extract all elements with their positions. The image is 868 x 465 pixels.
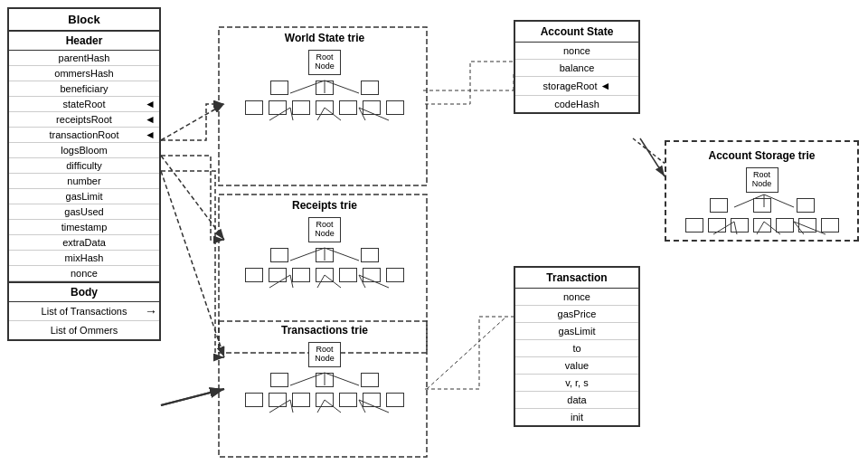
account-storageRoot: storageRoot ◄	[515, 77, 638, 96]
tx-vrs: v, r, s	[515, 375, 638, 392]
field-stateRoot: stateRoot ◄	[9, 97, 159, 112]
world-state-trie: World State trie RootNode	[224, 32, 425, 115]
svg-line-14	[290, 81, 325, 93]
transactionRoot-arrow: ◄	[145, 128, 156, 141]
svg-line-36	[290, 400, 293, 413]
svg-line-46	[757, 222, 764, 234]
field-gasUsed: gasUsed	[9, 204, 159, 220]
tt-internal-svg	[224, 347, 425, 420]
svg-line-40	[359, 400, 389, 413]
block-title: Block	[9, 9, 159, 32]
world-state-title: World State trie	[224, 32, 425, 44]
svg-line-35	[269, 400, 290, 413]
account-nonce: nonce	[515, 43, 638, 60]
field-receiptsRoot: receiptsRoot ◄	[9, 112, 159, 128]
stateRoot-arrow: ◄	[145, 98, 156, 110]
field-beneficiary: beneficiary	[9, 81, 159, 97]
svg-line-23	[290, 248, 325, 261]
block-panel: Block Header parentHash ommersHash benef…	[7, 7, 161, 341]
svg-line-28	[317, 275, 325, 288]
field-difficulty: difficulty	[9, 158, 159, 174]
receipts-trie: Receipts trie RootNode	[224, 199, 425, 282]
as-internal-svg	[674, 169, 854, 242]
svg-line-20	[325, 108, 341, 120]
svg-line-26	[269, 275, 290, 288]
svg-line-29	[325, 275, 341, 288]
svg-line-16	[325, 81, 359, 93]
receipts-title: Receipts trie	[224, 199, 425, 212]
transactions-title: Transactions trie	[224, 324, 425, 337]
svg-line-18	[290, 108, 293, 120]
field-number: number	[9, 174, 159, 189]
svg-line-19	[317, 108, 325, 120]
field-gasLimit: gasLimit	[9, 189, 159, 204]
svg-line-22	[359, 108, 389, 120]
account-storage-panel: Account Storage trie RootNode	[665, 140, 859, 242]
transaction-panel: Transaction nonce gasPrice gasLimit to v…	[514, 266, 640, 427]
svg-line-41	[734, 195, 764, 207]
account-state-panel: Account State nonce balance storageRoot …	[514, 20, 640, 114]
receiptsRoot-arrow: ◄	[145, 113, 156, 126]
field-nonce: nonce	[9, 266, 159, 281]
listTx-arrow: →	[145, 304, 157, 318]
field-ommersHash: ommersHash	[9, 66, 159, 81]
svg-line-2	[161, 171, 224, 357]
storageRoot-arrow-indicator: ◄	[600, 80, 611, 92]
svg-line-47	[764, 222, 780, 234]
svg-line-44	[713, 222, 734, 234]
account-balance: balance	[515, 60, 638, 77]
svg-line-31	[359, 275, 389, 288]
account-state-title: Account State	[515, 22, 638, 43]
wt-internal-svg	[224, 55, 425, 128]
svg-line-37	[317, 400, 325, 413]
tx-nonce: nonce	[515, 289, 638, 306]
svg-line-1	[161, 156, 224, 240]
field-logsBloom: logsBloom	[9, 143, 159, 158]
transaction-title: Transaction	[515, 268, 638, 289]
field-mixHash: mixHash	[9, 251, 159, 266]
tx-gasPrice: gasPrice	[515, 306, 638, 323]
tx-data: data	[515, 392, 638, 409]
svg-line-11	[161, 389, 224, 405]
body-title: Body	[9, 283, 159, 302]
account-storage-title: Account Storage trie	[674, 149, 850, 162]
svg-line-43	[764, 195, 794, 207]
svg-line-27	[290, 275, 293, 288]
tx-to: to	[515, 340, 638, 357]
rt-internal-svg	[224, 223, 425, 295]
svg-line-34	[325, 373, 359, 385]
field-transactionRoot: transactionRoot ◄	[9, 128, 159, 143]
svg-line-32	[290, 373, 325, 385]
header-title: Header	[9, 32, 159, 51]
field-listTransactions: List of Transactions →	[9, 302, 159, 321]
field-parentHash: parentHash	[9, 51, 159, 66]
account-codeHash: codeHash	[515, 96, 638, 112]
field-timestamp: timestamp	[9, 220, 159, 235]
transactions-trie: Transactions trie RootNode	[224, 324, 425, 407]
svg-line-38	[325, 400, 341, 413]
field-extraData: extraData	[9, 235, 159, 251]
svg-line-10	[427, 317, 506, 389]
diagram: Block Header parentHash ommersHash benef…	[0, 0, 868, 465]
svg-line-45	[734, 222, 737, 234]
svg-line-25	[325, 248, 359, 261]
body-section: Body List of Transactions → List of Omme…	[9, 281, 159, 339]
svg-line-0	[161, 104, 224, 140]
tx-gasLimit: gasLimit	[515, 323, 638, 340]
tx-init: init	[515, 409, 638, 425]
tx-value: value	[515, 357, 638, 375]
svg-line-17	[269, 108, 290, 120]
field-listOmmers: List of Ommers	[9, 321, 159, 339]
